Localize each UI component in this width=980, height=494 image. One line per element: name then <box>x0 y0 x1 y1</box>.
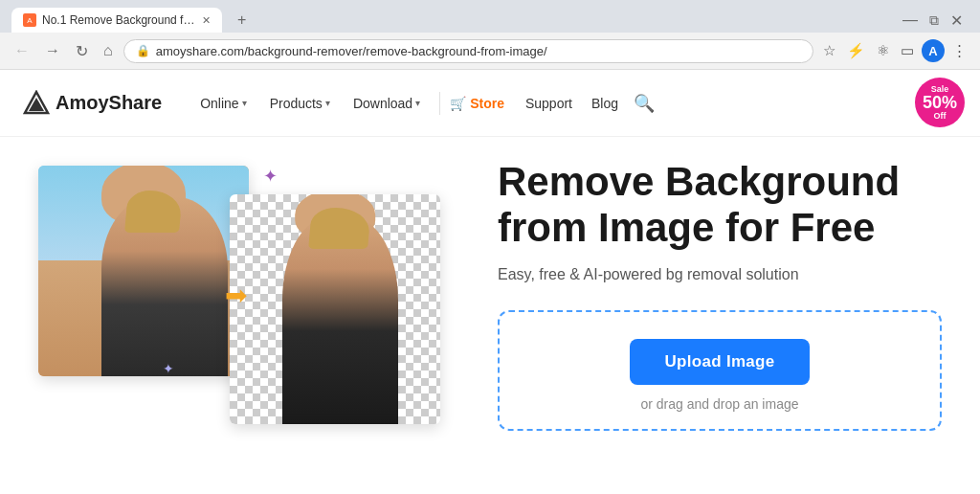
back-button[interactable]: ← <box>10 39 34 62</box>
browser-toolbar: ← → ↻ ⌂ 🔒 amoyshare.com/background-remov… <box>0 33 980 69</box>
extensions-icon[interactable]: ⚛ <box>873 38 893 63</box>
sparkle-icon-bottom: ✦ <box>163 361 174 376</box>
tab-favicon: A <box>23 13 36 27</box>
hero-image-area: ➡ ✦ ✦ <box>38 156 440 434</box>
sale-badge[interactable]: Sale 50% Off <box>915 78 965 127</box>
window-controls: — ⧉ ✕ <box>897 11 969 30</box>
hero-title: Remove Background from Image for Free <box>498 159 942 252</box>
online-chevron-icon: ▾ <box>242 98 247 108</box>
reload-button[interactable]: ↻ <box>71 39 93 63</box>
upload-zone[interactable]: Upload Image or drag and drop an image <box>498 310 942 431</box>
menu-icon[interactable]: ⋮ <box>948 38 970 63</box>
restore-button[interactable]: ⧉ <box>924 12 945 29</box>
arrow-icon: ➡ <box>225 280 247 311</box>
browser-tab[interactable]: A No.1 Remove Background from ✕ <box>11 8 222 33</box>
home-button[interactable]: ⌂ <box>99 39 118 62</box>
browser-titlebar: A No.1 Remove Background from ✕ + — ⧉ ✕ <box>0 0 980 33</box>
page-content: AmoyShare Online ▾ Products ▾ Download ▾… <box>0 70 980 453</box>
nav-online[interactable]: Online ▾ <box>190 88 256 119</box>
address-bar[interactable]: 🔒 amoyshare.com/background-remover/remov… <box>123 39 813 63</box>
lock-icon: 🔒 <box>136 44 150 57</box>
products-chevron-icon: ▾ <box>325 98 330 108</box>
toolbar-actions: ☆ ⚡ ⚛ ▭ A ⋮ <box>819 38 970 63</box>
close-button[interactable]: ✕ <box>945 11 969 30</box>
minimize-button[interactable]: — <box>897 11 924 29</box>
site-nav: AmoyShare Online ▾ Products ▾ Download ▾… <box>0 70 980 137</box>
profile-button[interactable]: A <box>922 39 945 62</box>
tab-close-icon[interactable]: ✕ <box>202 14 211 27</box>
logo-icon <box>23 90 50 117</box>
nav-support[interactable]: Support <box>516 88 582 119</box>
split-view-icon[interactable]: ▭ <box>897 38 918 63</box>
nav-products[interactable]: Products ▾ <box>260 88 340 119</box>
logo-text: AmoyShare <box>56 92 162 114</box>
hero-text: Remove Background from Image for Free Ea… <box>498 159 942 432</box>
performance-icon[interactable]: ⚡ <box>843 38 869 63</box>
store-cart-icon: 🛒 <box>450 96 466 111</box>
new-tab-button[interactable]: + <box>230 8 254 33</box>
forward-button[interactable]: → <box>40 39 65 62</box>
nav-links: Online ▾ Products ▾ Download ▾ <box>190 88 430 119</box>
sale-percent-label: 50% <box>923 94 957 111</box>
sparkle-icon-top: ✦ <box>263 166 278 187</box>
sale-off-label: Off <box>934 111 947 121</box>
after-image <box>230 194 440 424</box>
search-button[interactable]: 🔍 <box>628 87 660 120</box>
logo[interactable]: AmoyShare <box>23 90 162 117</box>
upload-image-button[interactable]: Upload Image <box>630 339 809 385</box>
hero-subtitle: Easy, free & AI-powered bg removal solut… <box>498 266 942 283</box>
browser-chrome: A No.1 Remove Background from ✕ + — ⧉ ✕ … <box>0 0 980 70</box>
nav-store[interactable]: 🛒 Store <box>450 96 504 111</box>
tab-label: No.1 Remove Background from <box>42 13 196 27</box>
drag-drop-text: or drag and drop an image <box>641 396 799 412</box>
address-text: amoyshare.com/background-remover/remove-… <box>156 44 801 58</box>
before-image <box>38 166 249 376</box>
download-chevron-icon: ▾ <box>415 98 420 108</box>
nav-blog[interactable]: Blog <box>582 88 628 119</box>
hero-section: ➡ ✦ ✦ Remove Background from Image for F… <box>0 137 980 453</box>
checker-background <box>230 194 440 424</box>
nav-download[interactable]: Download ▾ <box>344 88 430 119</box>
nav-divider <box>439 92 440 115</box>
star-icon[interactable]: ☆ <box>819 38 839 63</box>
